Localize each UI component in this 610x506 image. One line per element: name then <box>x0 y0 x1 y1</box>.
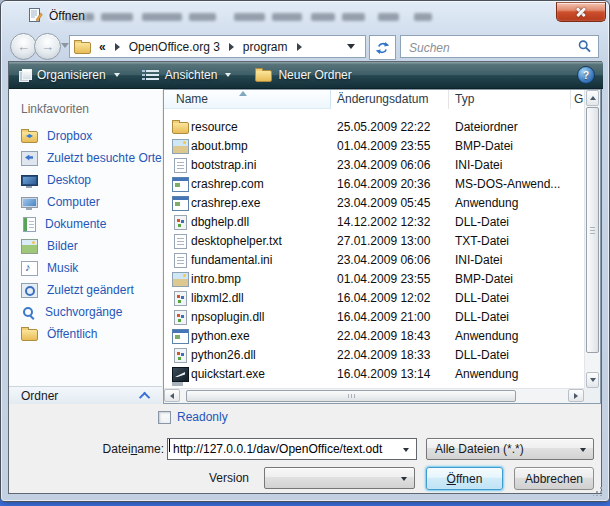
filename-value[interactable]: http://127.0.0.1/dav/OpenOffice/text.odt <box>173 442 382 456</box>
column-header-date[interactable]: Änderungsdatum <box>331 90 449 109</box>
filetype-combobox[interactable]: Alle Dateien (*.*) <box>426 438 594 460</box>
background-app-menu-blur <box>101 13 133 21</box>
file-type: MS-DOS-Anwend... <box>455 177 560 191</box>
new-folder-label: Neuer Ordner <box>278 68 351 82</box>
file-row[interactable]: libxml2.dll 16.04.2009 12:02 DLL-Datei <box>164 289 583 308</box>
file-rows: resource 25.05.2009 22:22 Dateiordner ab… <box>164 118 583 387</box>
open-button[interactable]: Öffnen <box>426 467 503 490</box>
file-row[interactable]: crashrep.exe 23.04.2009 05:45 Anwendung <box>164 194 583 213</box>
filename-label: Dateiname: <box>61 442 164 456</box>
scroll-right-button[interactable] <box>568 389 584 402</box>
breadcrumb-item[interactable]: OpenOffice.org 3 <box>129 40 220 54</box>
search-icon[interactable] <box>577 39 593 55</box>
sidebar-item[interactable]: Bilder <box>9 235 162 257</box>
column-header-size[interactable]: G <box>571 90 584 109</box>
chevron-down-icon <box>225 73 231 77</box>
cancel-button[interactable]: Abbrechen <box>514 467 594 490</box>
resize-grip[interactable] <box>593 487 602 496</box>
column-header-type[interactable]: Typ <box>449 90 571 109</box>
file-row[interactable]: dbghelp.dll 14.12.2002 12:32 DLL-Datei <box>164 213 583 232</box>
organize-button[interactable]: Organisieren <box>19 68 120 82</box>
filetype-value: Alle Dateien (*.*) <box>435 442 524 456</box>
views-button[interactable]: Ansichten <box>146 68 232 82</box>
column-header-row: Name Änderungsdatum Typ G <box>164 90 584 110</box>
sidebar-item-label: Dropbox <box>47 129 92 143</box>
file-row[interactable]: crashrep.com 16.04.2009 20:36 MS-DOS-Anw… <box>164 175 583 194</box>
file-row[interactable]: python26.dll 22.04.2009 18:33 DLL-Datei <box>164 346 583 365</box>
file-modified-date: 14.12.2002 12:32 <box>337 215 430 229</box>
scroll-up-button[interactable] <box>586 90 599 106</box>
file-row[interactable]: bootstrap.ini 23.04.2009 06:06 INI-Datei <box>164 156 583 175</box>
breadcrumb-separator-icon[interactable] <box>229 43 234 51</box>
new-folder-button[interactable]: Neuer Ordner <box>255 68 351 82</box>
search-input[interactable] <box>407 38 571 57</box>
column-header-name[interactable]: Name <box>164 90 331 109</box>
background-app-menu-blur <box>414 13 432 21</box>
file-row[interactable]: desktophelper.txt 27.01.2009 13:00 TXT-D… <box>164 232 583 251</box>
scroll-down-button[interactable] <box>586 372 599 388</box>
scroll-left-button[interactable] <box>164 389 180 402</box>
back-button[interactable]: ← <box>10 33 37 60</box>
sidebar-item[interactable]: Computer <box>9 191 162 213</box>
sidebar-item-icon <box>21 151 38 166</box>
file-row[interactable]: intro.bmp 01.04.2009 23:55 BMP-Datei <box>164 270 583 289</box>
sidebar-item-label: Musik <box>47 261 78 275</box>
folders-expander[interactable]: Ordner <box>9 386 162 404</box>
file-type: DLL-Datei <box>455 215 509 229</box>
sidebar-item[interactable]: Zuletzt besuchte Orte <box>9 147 162 169</box>
readonly-label: Readonly <box>177 410 228 424</box>
vertical-scrollbar[interactable] <box>584 90 600 388</box>
filename-combobox[interactable]: http://127.0.0.1/dav/OpenOffice/text.odt <box>167 438 417 460</box>
arrow-left-icon <box>170 393 174 399</box>
file-name: python26.dll <box>191 348 256 362</box>
file-row[interactable]: npsoplugin.dll 16.04.2009 21:00 DLL-Date… <box>164 308 583 327</box>
file-modified-date: 23.04.2009 06:06 <box>337 253 430 267</box>
chevron-up-icon <box>139 391 150 402</box>
file-modified-date: 27.01.2009 13:00 <box>337 234 430 248</box>
sidebar-item-icon <box>21 306 36 319</box>
file-type-icon <box>174 215 187 230</box>
recent-pages-dropdown-icon[interactable] <box>61 43 69 48</box>
file-type-icon <box>172 139 189 154</box>
horizontal-scrollbar[interactable] <box>164 388 584 403</box>
close-button[interactable] <box>556 2 606 22</box>
file-type-icon <box>172 329 189 344</box>
file-row[interactable]: fundamental.ini 23.04.2009 06:06 INI-Dat… <box>164 251 583 270</box>
file-modified-date: 16.04.2009 12:02 <box>337 291 430 305</box>
sidebar-item[interactable]: Musik <box>9 257 162 279</box>
version-combobox[interactable] <box>264 467 415 489</box>
file-row[interactable]: python.exe 22.04.2009 18:43 Anwendung <box>164 327 583 346</box>
breadcrumb-separator-icon[interactable] <box>297 43 302 51</box>
file-type: DLL-Datei <box>455 348 509 362</box>
dropdown-arrow-icon[interactable] <box>403 448 409 452</box>
breadcrumb-overflow-chevron[interactable]: « <box>99 40 106 54</box>
views-label: Ansichten <box>165 68 218 82</box>
file-modified-date: 25.05.2009 22:22 <box>337 120 430 134</box>
sidebar-item[interactable]: Dropbox <box>9 125 162 147</box>
sidebar-item-icon <box>21 131 38 143</box>
file-row[interactable]: about.bmp 01.04.2009 23:55 BMP-Datei <box>164 137 583 156</box>
address-dropdown-icon[interactable] <box>347 44 355 49</box>
file-type: TXT-Datei <box>455 234 509 248</box>
background-app-menu-blur <box>272 13 302 21</box>
sidebar-item[interactable]: Dokumente <box>9 213 162 235</box>
file-row[interactable]: quickstart.exe 16.04.2009 13:14 Anwendun… <box>164 365 583 384</box>
arrow-up-icon <box>590 96 596 100</box>
breadcrumb-item[interactable]: program <box>243 40 288 54</box>
help-button[interactable]: ? <box>577 66 595 84</box>
favorites-header: Linkfavoriten <box>21 102 89 116</box>
scrollbar-corner <box>584 388 600 403</box>
titlebar[interactable]: Öffnen <box>1 1 609 30</box>
file-row[interactable]: resource 25.05.2009 22:22 Dateiordner <box>164 118 583 137</box>
sidebar-item[interactable]: Zuletzt geändert <box>9 279 162 301</box>
sidebar-item[interactable]: Desktop <box>9 169 162 191</box>
readonly-checkbox[interactable] <box>158 411 171 424</box>
forward-button[interactable]: → <box>34 33 61 60</box>
vertical-scrollbar-thumb[interactable] <box>586 107 599 353</box>
sidebar-item-icon <box>21 283 38 298</box>
refresh-button[interactable] <box>369 35 396 60</box>
sidebar-item[interactable]: Suchvorgänge <box>9 301 162 323</box>
horizontal-scrollbar-thumb[interactable] <box>186 390 516 402</box>
address-breadcrumb-bar[interactable]: « OpenOffice.org 3 program <box>69 35 366 58</box>
sidebar-item[interactable]: Öffentlich <box>9 323 162 345</box>
